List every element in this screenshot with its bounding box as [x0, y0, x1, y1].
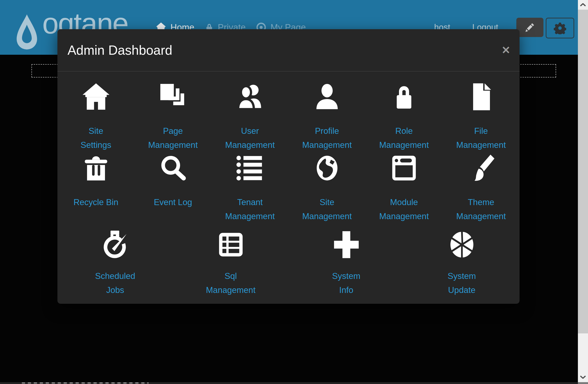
- oqtane-admin-page: oqtane Home Private: [0, 0, 588, 384]
- tile-label: ModuleManagement: [379, 195, 429, 223]
- logo-drop-icon: [15, 14, 39, 51]
- close-icon[interactable]: ✕: [502, 45, 510, 55]
- gear-icon: [554, 22, 566, 34]
- tile-system-info[interactable]: SystemInfo: [289, 229, 404, 297]
- search-icon: [159, 153, 187, 183]
- tile-label: FileManagement: [456, 124, 506, 152]
- tile-site-management[interactable]: SiteManagement: [289, 153, 365, 223]
- tile-role-management[interactable]: RoleManagement: [365, 82, 442, 152]
- tile-file-management[interactable]: FileManagement: [443, 82, 520, 152]
- list-icon: [236, 153, 264, 183]
- module-icon: [390, 153, 418, 183]
- settings-button[interactable]: [546, 18, 574, 38]
- modal-header: Admin Dashboard ✕: [57, 29, 520, 71]
- tile-label: ThemeManagement: [456, 195, 506, 223]
- dashboard-row: Recycle BinEvent LogTenantManagementSite…: [57, 153, 520, 223]
- tile-label: Event Log: [154, 195, 192, 209]
- tile-label: TenantManagement: [225, 195, 275, 223]
- lock-icon: [390, 82, 418, 112]
- tile-label: PageManagement: [148, 124, 198, 152]
- tile-label: SystemUpdate: [448, 269, 476, 297]
- tile-label: RoleManagement: [379, 124, 429, 152]
- tile-recycle-bin[interactable]: Recycle Bin: [57, 153, 134, 223]
- vertical-scrollbar: [578, 0, 588, 384]
- scrollbar-up-button[interactable]: [578, 0, 588, 10]
- tile-site-settings[interactable]: SiteSettings: [57, 82, 134, 152]
- file-icon: [467, 82, 495, 112]
- tile-profile-management[interactable]: ProfileManagement: [289, 82, 365, 152]
- tile-label: ProfileManagement: [302, 124, 352, 152]
- plus-icon: [332, 229, 360, 260]
- tile-label: UserManagement: [225, 124, 275, 152]
- tile-user-management[interactable]: UserManagement: [211, 82, 289, 152]
- scrollbar-down-button[interactable]: [578, 372, 588, 382]
- tile-tenant-management[interactable]: TenantManagement: [211, 153, 289, 223]
- tile-page-management[interactable]: PageManagement: [134, 82, 211, 152]
- tile-label: Recycle Bin: [74, 195, 118, 209]
- trash-icon: [82, 153, 110, 183]
- tile-label: ScheduledJobs: [95, 269, 135, 297]
- chevron-up-icon: [580, 3, 586, 6]
- tile-scheduled-jobs[interactable]: ScheduledJobs: [57, 229, 173, 297]
- edit-mode-button[interactable]: [516, 18, 544, 37]
- tile-sql-management[interactable]: SqlManagement: [173, 229, 289, 297]
- home-icon: [82, 82, 110, 112]
- chevron-down-icon: [580, 376, 586, 379]
- pencil-icon: [524, 22, 536, 33]
- tile-label: SiteSettings: [81, 124, 111, 152]
- pages-icon: [159, 82, 187, 112]
- tile-system-update[interactable]: SystemUpdate: [404, 229, 520, 297]
- tile-label: SiteManagement: [302, 195, 352, 223]
- dashboard-row: ScheduledJobsSqlManagementSystemInfoSyst…: [57, 229, 520, 297]
- tile-label: SystemInfo: [332, 269, 360, 297]
- shutter-icon: [448, 229, 476, 260]
- modal-title: Admin Dashboard: [67, 43, 172, 58]
- tile-theme-management[interactable]: ThemeManagement: [443, 153, 520, 223]
- users-icon: [236, 82, 264, 112]
- scrollbar-footer: [578, 382, 588, 384]
- timer-icon: [101, 229, 129, 260]
- scrollbar-thumb[interactable]: [578, 10, 588, 333]
- table-icon: [217, 229, 245, 260]
- tile-module-management[interactable]: ModuleManagement: [365, 153, 442, 223]
- dashboard-row: SiteSettingsPageManagementUserManagement…: [57, 82, 520, 152]
- bottom-pane-dashed-border: [22, 382, 149, 384]
- admin-dashboard-modal: Admin Dashboard ✕ SiteSettingsPageManage…: [57, 29, 520, 304]
- user-icon: [313, 82, 341, 112]
- globe-icon: [313, 153, 341, 183]
- tile-label: SqlManagement: [206, 269, 256, 297]
- tile-event-log[interactable]: Event Log: [134, 153, 211, 223]
- brush-icon: [467, 153, 495, 183]
